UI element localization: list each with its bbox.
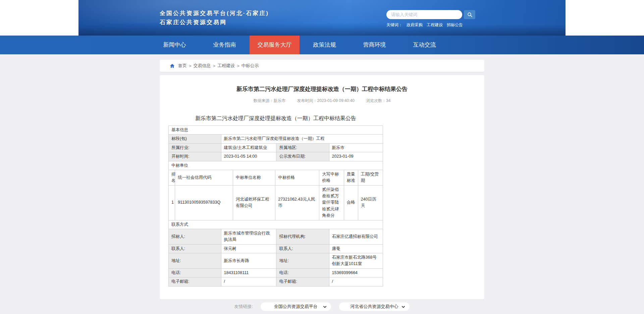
agency-value: 石家庄亿通招标有限公司 — [329, 229, 383, 244]
col-company: 中标单位名称 — [233, 170, 275, 185]
friend-link-select-national[interactable]: 全国公共资源交易平台 — [260, 302, 331, 311]
phone1-label: 电话: — [169, 268, 221, 277]
winner-price-caps: 贰仟柒佰叁拾贰万壹仟零陆拾贰元肆角叁分 — [319, 185, 344, 220]
winner-table: 排名 统一社会信用代码 中标单位名称 中标价格 大写中标价格 质量标准 工期/交… — [168, 170, 383, 220]
contact2-value: 康曼 — [329, 244, 383, 253]
search-zone: 关键词： 政府采购 工程建设 招标公告 — [386, 10, 477, 28]
open-time-value: 2023-01-05 14:00 — [221, 152, 276, 161]
keyword-link-1[interactable]: 政府采购 — [407, 22, 423, 28]
nav-item-policy[interactable]: 政策法规 — [300, 36, 350, 54]
breadcrumb-separator: > — [189, 63, 192, 68]
email1-value: / — [221, 277, 276, 286]
site-title-line2: 石家庄公共资源交易网 — [160, 18, 269, 27]
phone2-value: 15369399664 — [329, 268, 383, 277]
tenderer-value: 新乐市城市管理综合行政执法局 — [221, 229, 276, 244]
address1-label: 地址: — [169, 253, 221, 269]
nav-item-business-env[interactable]: 营商环境 — [350, 36, 399, 54]
contact1-label: 联系人: — [169, 244, 221, 253]
bid-package-label: 标段(包) — [169, 135, 221, 143]
nav-item-news[interactable]: 新闻中心 — [150, 36, 200, 54]
bid-package-value: 新乐市第二污水处理厂深度处理提标改造（一期）工程 — [221, 135, 383, 143]
breadcrumb-current[interactable]: 中标公示 — [241, 63, 259, 69]
industry-value: 建筑业/土木工程建筑业 — [221, 143, 276, 152]
table-row: 联系人: 张元树 联系人: 康曼 — [169, 244, 383, 253]
meta-publish-time: 发布时间：2023-01-09 09:40:40 — [297, 98, 355, 104]
breadcrumb-separator: > — [213, 63, 216, 68]
table-row: 中标单位 — [169, 161, 383, 170]
table-row: 电话: 18431108111 电话: 15369399664 — [169, 268, 383, 277]
col-credit-code: 统一社会信用代码 — [175, 170, 233, 185]
search-button[interactable] — [464, 10, 475, 19]
winner-data-row: 1 91130100593597833Q 河北诚乾环保工程有限公司 273210… — [169, 185, 383, 220]
page-title: 新乐市第二污水处理厂深度处理提标改造（一期）工程中标结果公告 — [160, 85, 484, 93]
breadcrumb: 首页 > 交易信息 > 工程建设 > 中标公示 — [160, 60, 484, 72]
keyword-link-3[interactable]: 招标公告 — [447, 22, 463, 28]
friend-links-label: 友情链接: — [234, 304, 253, 310]
site-title: 全国公共资源交易平台(河北·石家庄) 石家庄公共资源交易网 — [160, 9, 269, 27]
friend-link-select-hebei[interactable]: 河北省公共资源交易中心 — [339, 302, 410, 311]
contact1-value: 张元树 — [221, 244, 276, 253]
contact-table: 联系方式 招标人: 新乐市城市管理综合行政执法局 招标代理机构: 石家庄亿通招标… — [168, 220, 383, 286]
col-quality: 质量标准 — [344, 170, 358, 185]
winner-company: 河北诚乾环保工程有限公司 — [233, 185, 275, 220]
winner-quality: 合格 — [344, 185, 358, 220]
breadcrumb-separator: > — [237, 63, 239, 68]
table-row: 联系方式 — [169, 220, 383, 229]
winner-rank: 1 — [169, 185, 175, 220]
publish-date-value: 2023-01-09 — [329, 152, 383, 161]
table-row: 地址: 新乐市长寿路 地址: 石家庄市新石北路368号创新大厦1011室 — [169, 253, 383, 269]
winner-price: 27321062.43元人民币 — [275, 185, 319, 220]
email2-label: 电子邮箱: — [276, 277, 329, 286]
announcement-card: 新乐市第二污水处理厂深度处理提标改造（一期）工程中标结果公告 数据来源：新乐市 … — [160, 75, 484, 299]
home-icon — [170, 63, 175, 68]
phone2-label: 电话: — [276, 268, 329, 277]
industry-label: 所属行业: — [169, 143, 221, 152]
search-icon — [467, 12, 473, 17]
section-winner: 中标单位 — [169, 161, 383, 170]
tenderer-label: 招标人: — [169, 229, 221, 244]
address2-value: 石家庄市新石北路368号创新大厦1011室 — [329, 253, 383, 269]
section-contact: 联系方式 — [169, 220, 383, 229]
table-row: 招标人: 新乐市城市管理综合行政执法局 招标代理机构: 石家庄亿通招标有限公司 — [169, 229, 383, 244]
winner-credit-code: 91130100593597833Q — [175, 185, 233, 220]
agency-label: 招标代理机构: — [276, 229, 329, 244]
friend-links: 友情链接: 全国公共资源交易平台 河北省公共资源交易中心 — [0, 302, 644, 311]
table-row: 所属行业: 建筑业/土木工程建筑业 所属地区: 新乐市 — [169, 143, 383, 152]
phone1-value: 18431108111 — [221, 268, 276, 277]
section-basic-info: 基本信息 — [169, 126, 383, 135]
meta-views: 浏览次数：34 — [366, 98, 390, 104]
contact2-label: 联系人: — [276, 244, 329, 253]
nav-item-interaction[interactable]: 互动交流 — [399, 36, 449, 54]
publish-date-label: 公示发布日期: — [276, 152, 329, 161]
email1-label: 电子邮箱: — [169, 277, 221, 286]
header: 全国公共资源交易平台(河北·石家庄) 石家庄公共资源交易网 — [0, 0, 644, 36]
table-row: 基本信息 — [169, 126, 383, 135]
breadcrumb-home[interactable]: 首页 — [178, 63, 187, 69]
header-banner: 全国公共资源交易平台(河北·石家庄) 石家庄公共资源交易网 — [78, 0, 566, 36]
nav-item-trade-hall[interactable]: 交易服务大厅 — [250, 36, 300, 54]
open-time-label: 开标时间: — [169, 152, 221, 161]
region-label: 所属地区: — [276, 143, 329, 152]
keywords-label: 关键词： — [386, 22, 402, 28]
winner-header-row: 排名 统一社会信用代码 中标单位名称 中标价格 大写中标价格 质量标准 工期/交… — [169, 170, 383, 185]
nav-item-guide[interactable]: 业务指南 — [200, 36, 250, 54]
meta-source: 数据来源：新乐市 — [254, 98, 286, 104]
region-value: 新乐市 — [329, 143, 383, 152]
site-title-line1: 全国公共资源交易平台(河北·石家庄) — [160, 9, 269, 18]
hot-keywords: 关键词： 政府采购 工程建设 招标公告 — [386, 22, 477, 28]
winner-duration: 240日历天 — [358, 185, 383, 220]
col-rank: 排名 — [169, 170, 175, 185]
chevron-down-icon — [401, 305, 406, 309]
breadcrumb-trade-info[interactable]: 交易信息 — [194, 63, 211, 69]
chevron-down-icon — [323, 305, 327, 309]
article-meta: 数据来源：新乐市 发布时间：2023-01-09 09:40:40 浏览次数：3… — [160, 98, 484, 104]
keyword-link-2[interactable]: 工程建设 — [427, 22, 443, 28]
address1-value: 新乐市长寿路 — [221, 253, 276, 269]
search-input[interactable] — [386, 10, 462, 19]
breadcrumb-engineering[interactable]: 工程建设 — [217, 63, 235, 69]
col-duration: 工期/交货期 — [358, 170, 383, 185]
table-caption: 新乐市第二污水处理厂深度处理提标改造（一期）工程中标结果公告 — [168, 115, 383, 122]
email2-value: / — [329, 277, 383, 286]
col-price-caps: 大写中标价格 — [319, 170, 344, 185]
table-row: 电子邮箱: / 电子邮箱: / — [169, 277, 383, 286]
